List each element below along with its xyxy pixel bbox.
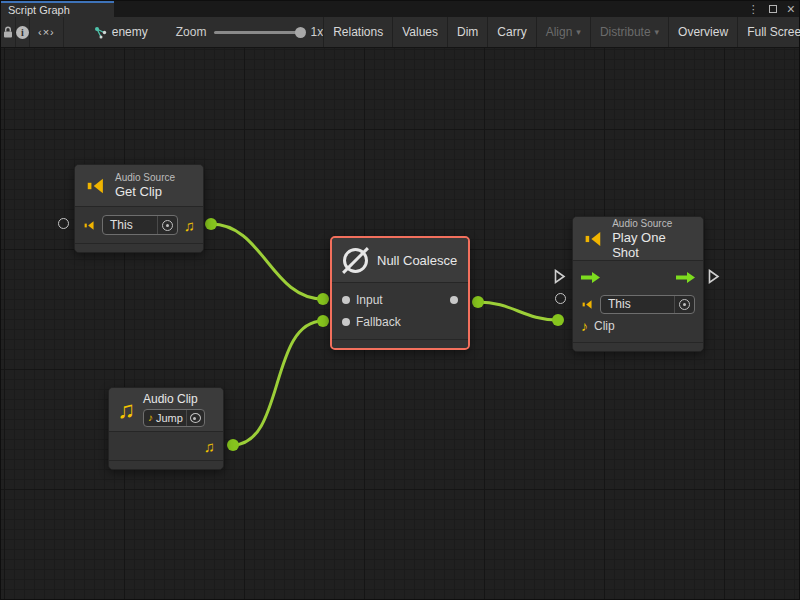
node-footer bbox=[109, 460, 223, 469]
lock-button[interactable] bbox=[1, 17, 16, 47]
graph-canvas[interactable]: Audio Source Get Clip This ♫ bbox=[1, 48, 799, 599]
wire-getclip-to-input[interactable] bbox=[211, 224, 323, 299]
port-playoneshot-clip-connected[interactable] bbox=[552, 314, 564, 326]
zoom-slider-handle[interactable] bbox=[295, 27, 306, 38]
play-this-row: This bbox=[573, 293, 703, 315]
fullscreen-label: Full Screen bbox=[747, 25, 800, 39]
titlebar: Script Graph ⋮ × bbox=[1, 1, 799, 17]
graph-toolbar: i ‹×› enemy Zoom 1x Relations Va bbox=[1, 17, 799, 48]
values-label: Values bbox=[402, 25, 438, 39]
node-category: Audio Source bbox=[115, 172, 175, 184]
code-view-button[interactable]: ‹×› bbox=[30, 17, 64, 47]
script-graph-window: Script Graph ⋮ × i ‹×› bbox=[0, 0, 800, 600]
port-null-fallback-connected[interactable] bbox=[317, 315, 329, 327]
graph-icon bbox=[94, 26, 107, 39]
target-icon bbox=[679, 299, 690, 310]
this-object-field[interactable]: This bbox=[600, 295, 695, 314]
node-audio-clip[interactable]: ♫ Audio Clip ♪ Jump ♫ bbox=[108, 387, 224, 470]
node-play-one-shot-header[interactable]: Audio Source Play One Shot bbox=[573, 217, 703, 261]
node-get-clip[interactable]: Audio Source Get Clip This ♫ bbox=[74, 164, 204, 253]
align-label: Align bbox=[546, 25, 573, 39]
play-clip-row: ♪ Clip bbox=[573, 315, 703, 337]
audio-clip-port-icon: ♫ bbox=[204, 439, 215, 454]
play-this-target-port[interactable] bbox=[555, 293, 566, 304]
close-icon[interactable]: × bbox=[787, 2, 795, 16]
zoom-value: 1x bbox=[310, 25, 323, 39]
node-footer bbox=[75, 243, 203, 252]
info-icon: i bbox=[16, 26, 29, 39]
carry-button[interactable]: Carry bbox=[487, 17, 535, 47]
input-port-label: Input bbox=[356, 293, 383, 307]
node-footer bbox=[332, 339, 468, 348]
null-input-row: Input bbox=[332, 289, 468, 311]
audio-clip-icon: ♫ bbox=[117, 398, 135, 422]
triangle-port-icon bbox=[553, 268, 566, 285]
audio-clip-output-row: ♫ bbox=[109, 432, 223, 460]
breadcrumb-graph-name: enemy bbox=[112, 25, 148, 39]
port-audioclip-output[interactable] bbox=[227, 439, 239, 451]
fallback-port-label: Fallback bbox=[356, 315, 401, 329]
port-getclip-output[interactable] bbox=[205, 218, 217, 230]
target-icon bbox=[190, 413, 201, 423]
input-port[interactable] bbox=[342, 296, 350, 304]
triangle-port-icon bbox=[707, 268, 720, 285]
node-footer bbox=[573, 342, 703, 351]
null-coalesce-icon bbox=[342, 247, 369, 274]
kebab-menu-icon[interactable]: ⋮ bbox=[748, 4, 759, 15]
clip-port-label: Clip bbox=[594, 319, 615, 333]
audio-source-icon bbox=[581, 298, 594, 311]
relations-button[interactable]: Relations bbox=[323, 17, 392, 47]
info-button[interactable]: i bbox=[16, 17, 30, 47]
play-flow-in-port[interactable] bbox=[553, 268, 566, 289]
output-port[interactable] bbox=[450, 296, 458, 304]
fullscreen-button[interactable]: Full Screen bbox=[737, 17, 800, 47]
audio-source-icon bbox=[85, 175, 107, 197]
flow-out-arrow-icon[interactable] bbox=[675, 271, 696, 284]
audio-clip-port-icon: ♫ bbox=[184, 218, 195, 233]
port-null-output[interactable] bbox=[472, 296, 484, 308]
flow-row bbox=[573, 261, 703, 293]
node-title: Null Coalesce bbox=[377, 253, 457, 268]
zoom-label: Zoom bbox=[176, 25, 207, 39]
node-audio-clip-header[interactable]: ♫ Audio Clip ♪ Jump bbox=[109, 388, 223, 432]
node-null-header[interactable]: Null Coalesce bbox=[332, 238, 468, 283]
overview-label: Overview bbox=[678, 25, 728, 39]
port-null-input-connected[interactable] bbox=[317, 293, 329, 305]
values-button[interactable]: Values bbox=[392, 17, 447, 47]
overview-button[interactable]: Overview bbox=[668, 17, 737, 47]
this-object-field[interactable]: This bbox=[102, 215, 178, 235]
wire-audioclip-to-fallback[interactable] bbox=[233, 321, 323, 445]
dim-label: Dim bbox=[457, 25, 478, 39]
align-dropdown[interactable]: Align ▾ bbox=[536, 17, 590, 47]
window-controls: ⋮ × bbox=[748, 1, 795, 17]
zoom-control: Zoom 1x bbox=[176, 17, 323, 47]
tab-title: Script Graph bbox=[8, 4, 70, 16]
node-null-coalesce[interactable]: Null Coalesce Input Fallback bbox=[330, 236, 470, 350]
play-flow-out-port[interactable] bbox=[707, 268, 720, 289]
flow-in-arrow-icon[interactable] bbox=[580, 271, 601, 284]
audio-source-icon bbox=[583, 228, 604, 250]
node-get-clip-header[interactable]: Audio Source Get Clip bbox=[75, 165, 203, 207]
jump-field-value: Jump bbox=[156, 412, 183, 424]
target-icon bbox=[162, 220, 173, 231]
chevron-down-icon: ▾ bbox=[576, 27, 581, 37]
distribute-dropdown[interactable]: Distribute ▾ bbox=[590, 17, 668, 47]
dim-button[interactable]: Dim bbox=[447, 17, 487, 47]
object-picker-button[interactable] bbox=[674, 296, 694, 313]
node-play-one-shot[interactable]: Audio Source Play One Shot This bbox=[572, 216, 704, 352]
object-picker-button[interactable] bbox=[157, 216, 177, 234]
maximize-icon[interactable] bbox=[769, 5, 777, 13]
graph-breadcrumb[interactable]: enemy bbox=[94, 17, 148, 47]
tab-script-graph[interactable]: Script Graph bbox=[1, 1, 114, 17]
fallback-port[interactable] bbox=[342, 318, 350, 326]
carry-label: Carry bbox=[497, 25, 526, 39]
object-picker-button[interactable] bbox=[186, 410, 204, 426]
get-clip-target-port[interactable] bbox=[58, 218, 69, 229]
jump-object-field[interactable]: ♪ Jump bbox=[143, 409, 205, 427]
wire-null-to-clip[interactable] bbox=[478, 302, 558, 320]
audio-clip-port-icon: ♪ bbox=[581, 319, 588, 333]
relations-label: Relations bbox=[333, 25, 383, 39]
node-title: Get Clip bbox=[115, 184, 175, 199]
null-fallback-row: Fallback bbox=[332, 311, 468, 333]
zoom-slider[interactable] bbox=[214, 31, 302, 34]
